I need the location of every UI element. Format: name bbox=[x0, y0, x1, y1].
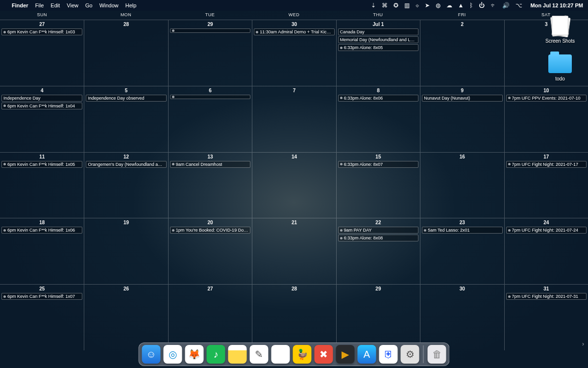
menu-go[interactable]: Go bbox=[85, 2, 93, 8]
calendar-cell[interactable]: 116pm Kevin Can F**k Himself: 1x05 bbox=[0, 152, 84, 218]
calendar-cell[interactable]: 28 bbox=[84, 20, 168, 86]
settings-app[interactable]: ⚙ bbox=[401, 345, 419, 364]
plex-app[interactable]: ▶ bbox=[336, 345, 355, 364]
status-icon[interactable]: ▲ bbox=[458, 2, 464, 9]
next-arrow-icon[interactable]: › bbox=[582, 341, 584, 347]
calendar-event[interactable]: 6pm Kevin Can F**k Himself: 1x06 bbox=[1, 227, 82, 234]
menu-view[interactable]: View bbox=[67, 2, 78, 8]
calendar-cell[interactable]: 3011:30am Admiral Demo + Trial Kick Off bbox=[252, 20, 336, 86]
calendar-cell[interactable]: 19 bbox=[84, 218, 168, 284]
status-icon[interactable]: ✪ bbox=[393, 2, 398, 9]
calendar-event[interactable]: 11:30am Admiral Demo + Trial Kick Off bbox=[254, 28, 334, 35]
calendar-cell[interactable]: 177pm UFC Fight Night: 2021-07-17 bbox=[504, 152, 588, 218]
calendar-event[interactable]: 9am Cancel Dreamhost bbox=[170, 161, 250, 168]
calendar-cell[interactable]: 4Independence Day6pm Kevin Can F**k Hims… bbox=[0, 86, 84, 152]
calendar-cell[interactable]: 229am PAY DAY6:33pm Alone: 8x08 bbox=[336, 218, 420, 284]
preview-app[interactable]: 🏞 bbox=[271, 345, 290, 364]
calendar-cell[interactable]: 256pm Kevin Can F**k Himself: 1x07 bbox=[0, 284, 84, 350]
menu-file[interactable]: File bbox=[35, 2, 44, 8]
calendar-event[interactable]: 7pm UFC Fight Night: 2021-07-31 bbox=[506, 293, 587, 300]
calendar-event[interactable]: 6pm Kevin Can F**k Himself: 1x04 bbox=[1, 103, 82, 109]
todo-folder[interactable]: todo bbox=[538, 53, 582, 81]
control-center-icon[interactable]: ⌥ bbox=[515, 2, 522, 9]
calendar-cell[interactable]: 16 bbox=[420, 152, 504, 218]
calendar-event[interactable] bbox=[170, 28, 250, 33]
finder-app[interactable]: ☺ bbox=[142, 345, 161, 364]
event-dot-icon bbox=[340, 237, 343, 239]
calendar-cell[interactable]: 156:33pm Alone: 8x07 bbox=[336, 152, 420, 218]
calendar-cell[interactable]: 6 bbox=[168, 86, 252, 152]
calendar-cell[interactable]: 12Orangemen's Day (Newfoundland and Labr… bbox=[84, 152, 168, 218]
calendar-cell[interactable]: Jul 1Canada DayMemorial Day (Newfoundlan… bbox=[336, 20, 420, 86]
calendar-cell[interactable]: 26 bbox=[84, 284, 168, 350]
calendar-event[interactable]: 7pm UFC Fight Night: 2021-07-24 bbox=[506, 227, 587, 234]
calendar-event[interactable]: 6:33pm Alone: 8x08 bbox=[338, 235, 418, 241]
calendar-cell[interactable]: 29 bbox=[168, 20, 252, 86]
menubar-app-name[interactable]: Finder bbox=[12, 2, 28, 8]
calendar-event[interactable]: 6:33pm Alone: 8x06 bbox=[338, 95, 418, 102]
status-icon[interactable]: ⌘ bbox=[382, 2, 388, 9]
calendar-cell[interactable]: 29 bbox=[336, 284, 420, 350]
calendar-cell[interactable]: 235am Ted Lasso: 2x01 bbox=[420, 218, 504, 284]
trash[interactable]: 🗑 bbox=[428, 345, 446, 364]
status-icon[interactable]: ⏻ bbox=[479, 2, 485, 9]
calendar-cell[interactable]: 317pm UFC Fight Night: 2021-07-31› bbox=[504, 284, 588, 350]
calendar-cell[interactable]: 276pm Kevin Can F**k Himself: 1x03 bbox=[0, 20, 84, 86]
calendar-event[interactable]: 5am Ted Lasso: 2x01 bbox=[422, 227, 502, 234]
status-icon[interactable]: ▥ bbox=[404, 2, 410, 9]
bluetooth-icon[interactable]: ᛒ bbox=[469, 2, 473, 9]
edge-app[interactable]: ◎ bbox=[164, 345, 182, 364]
calendar-cell[interactable]: 27 bbox=[168, 284, 252, 350]
calendar-event[interactable]: Orangemen's Day (Newfoundland and Labrad… bbox=[86, 161, 166, 168]
calendar-event[interactable]: 6:33pm Alone: 8x07 bbox=[338, 161, 418, 168]
status-icon[interactable]: ◍ bbox=[436, 2, 441, 9]
calendar-event[interactable] bbox=[170, 95, 250, 99]
calendar-cell[interactable]: 9Nunavut Day (Nunavut) bbox=[420, 86, 504, 152]
calendar-cell[interactable]: 14 bbox=[252, 152, 336, 218]
calendar-cell[interactable]: 30 bbox=[420, 284, 504, 350]
calendar-event[interactable]: 7pm UFC Fight Night: 2021-07-17 bbox=[506, 161, 587, 168]
menu-window[interactable]: Window bbox=[99, 2, 119, 8]
calendar-event[interactable]: 6:33pm Alone: 8x05 bbox=[338, 44, 418, 51]
menubar-clock[interactable]: Mon Jul 12 10:27 PM bbox=[530, 2, 583, 8]
shield-app[interactable]: ⛨ bbox=[379, 345, 398, 364]
firefox-app[interactable]: 🦊 bbox=[185, 345, 204, 364]
calendar-cell[interactable]: 5Independence Day observed bbox=[84, 86, 168, 152]
calendar-cell[interactable]: 107pm UFC PPV Events: 2021-07-10 bbox=[504, 86, 588, 152]
calendar-event[interactable]: 1pm You're Booked: COVID-19 Dose 2 Appoi… bbox=[170, 227, 250, 234]
appstore-app[interactable]: A bbox=[358, 345, 376, 364]
calendar-cell[interactable]: 186pm Kevin Can F**k Himself: 1x06 bbox=[0, 218, 84, 284]
notes-app[interactable] bbox=[228, 345, 247, 364]
duck-app[interactable]: 🦆 bbox=[293, 345, 312, 364]
status-icon[interactable]: ⟐ bbox=[416, 2, 419, 9]
calendar-event[interactable]: 7pm UFC PPV Events: 2021-07-10 bbox=[506, 95, 587, 102]
textedit-app[interactable]: ✎ bbox=[250, 345, 269, 364]
calendar-event[interactable]: 6pm Kevin Can F**k Himself: 1x07 bbox=[1, 293, 82, 300]
red-app[interactable]: ✖ bbox=[315, 345, 333, 364]
menu-help[interactable]: Help bbox=[125, 2, 137, 8]
calendar-event[interactable]: Memorial Day (Newfoundland and Labrador) bbox=[338, 36, 418, 43]
calendar-cell[interactable]: 139am Cancel Dreamhost bbox=[168, 152, 252, 218]
calendar-cell[interactable]: 7 bbox=[252, 86, 336, 152]
status-icon[interactable]: ⇣ bbox=[371, 2, 376, 9]
calendar-cell[interactable]: 247pm UFC Fight Night: 2021-07-24 bbox=[504, 218, 588, 284]
calendar-cell[interactable]: 86:33pm Alone: 8x06 bbox=[336, 86, 420, 152]
status-icon[interactable]: ☁ bbox=[446, 2, 452, 9]
spotify-app[interactable]: ♪ bbox=[207, 345, 225, 364]
calendar-cell[interactable]: 21 bbox=[252, 218, 336, 284]
calendar-cell[interactable]: 201pm You're Booked: COVID-19 Dose 2 App… bbox=[168, 218, 252, 284]
calendar-event[interactable]: Independence Day observed bbox=[86, 95, 166, 102]
status-icon[interactable]: ➤ bbox=[425, 2, 430, 9]
calendar-event[interactable]: Independence Day bbox=[1, 95, 82, 102]
calendar-cell[interactable]: 28 bbox=[252, 284, 336, 350]
volume-icon[interactable]: 🔊 bbox=[502, 2, 510, 9]
calendar-event[interactable]: Canada Day bbox=[338, 28, 418, 35]
calendar-event[interactable]: 6pm Kevin Can F**k Himself: 1x05 bbox=[1, 161, 82, 168]
calendar-event[interactable]: 9am PAY DAY bbox=[338, 227, 418, 234]
menu-edit[interactable]: Edit bbox=[50, 2, 60, 8]
calendar-event[interactable]: 6pm Kevin Can F**k Himself: 1x03 bbox=[1, 28, 82, 35]
wifi-icon[interactable]: ᯤ bbox=[490, 2, 496, 9]
calendar-cell[interactable]: 2 bbox=[420, 20, 504, 86]
screenshots-stack[interactable]: Screen Shots bbox=[538, 15, 582, 44]
calendar-event[interactable]: Nunavut Day (Nunavut) bbox=[422, 95, 502, 102]
